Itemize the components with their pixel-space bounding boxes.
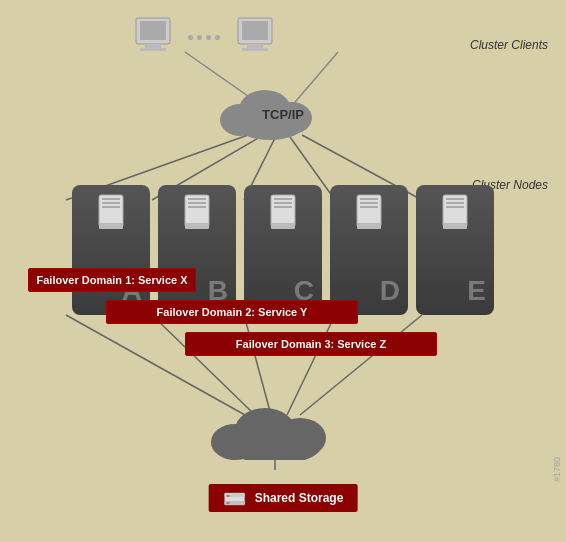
tcpip-label: TCP/IP [262, 107, 304, 122]
svg-rect-32 [188, 202, 206, 204]
svg-rect-18 [242, 21, 268, 40]
diagram-container: Cluster Clients TCP/IP [0, 0, 566, 542]
svg-rect-29 [99, 223, 123, 229]
cluster-clients-label: Cluster Clients [470, 38, 548, 52]
client-computer-2 [232, 14, 278, 60]
svg-rect-28 [102, 206, 120, 208]
svg-rect-26 [102, 198, 120, 200]
server-icon-e [439, 193, 471, 233]
svg-rect-36 [274, 198, 292, 200]
svg-rect-14 [140, 21, 166, 40]
failover-domain-1: Failover Domain 1: Service X [28, 268, 196, 292]
failover-domain-2: Failover Domain 2: Service Y [106, 300, 358, 324]
svg-rect-39 [271, 223, 295, 229]
svg-rect-46 [446, 198, 464, 200]
client-dots [184, 35, 224, 40]
clients-row [130, 14, 278, 60]
svg-rect-27 [102, 202, 120, 204]
svg-rect-42 [360, 202, 378, 204]
svg-rect-15 [145, 44, 161, 48]
svg-rect-43 [360, 206, 378, 208]
server-icon-c [267, 193, 299, 233]
shared-storage-container: Shared Storage [209, 484, 358, 512]
shared-storage-label: Shared Storage [255, 491, 344, 505]
node-e: E [416, 185, 494, 315]
node-d: D [330, 185, 408, 315]
shared-storage-banner: Shared Storage [209, 484, 358, 512]
svg-rect-16 [140, 48, 166, 51]
svg-rect-47 [446, 202, 464, 204]
node-e-label: E [467, 275, 486, 307]
nodes-row: A B C [72, 185, 494, 315]
svg-rect-38 [274, 206, 292, 208]
svg-rect-56 [227, 495, 230, 497]
bottom-cloud [200, 400, 350, 460]
svg-rect-20 [242, 48, 268, 51]
svg-rect-37 [274, 202, 292, 204]
svg-rect-31 [188, 198, 206, 200]
server-icon-a [95, 193, 127, 233]
node-b: B [158, 185, 236, 315]
node-d-label: D [380, 275, 400, 307]
storage-icon [223, 489, 247, 507]
failover-domain-3: Failover Domain 3: Service Z [185, 332, 437, 356]
server-icon-d [353, 193, 385, 233]
server-icon-b [181, 193, 213, 233]
svg-rect-19 [247, 44, 263, 48]
svg-rect-34 [185, 223, 209, 229]
svg-rect-41 [360, 198, 378, 200]
svg-rect-44 [357, 223, 381, 229]
svg-rect-48 [446, 206, 464, 208]
svg-rect-49 [443, 223, 467, 229]
svg-rect-58 [227, 502, 230, 504]
node-a: A [72, 185, 150, 315]
client-computer-1 [130, 14, 176, 60]
svg-rect-33 [188, 206, 206, 208]
watermark: #1780 [552, 457, 562, 482]
node-c: C [244, 185, 322, 315]
